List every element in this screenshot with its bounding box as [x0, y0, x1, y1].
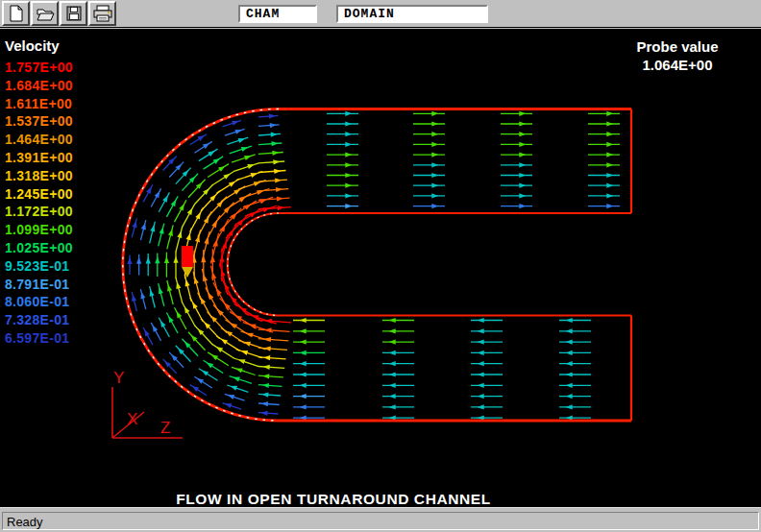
probe-readout: Probe value 1.064E+00 [615, 38, 740, 73]
legend-entry: 8.791E-01 [5, 276, 73, 294]
domain-input[interactable] [336, 5, 488, 23]
legend-entry: 1.757E+00 [5, 59, 73, 77]
legend-entry: 1.684E+00 [5, 77, 73, 95]
print-button[interactable] [88, 1, 116, 26]
open-folder-icon [36, 4, 55, 23]
status-bar: Ready [0, 507, 761, 532]
legend-entry: 1.099E+00 [5, 221, 73, 239]
x-axis-label: X [127, 410, 137, 428]
probe-marker[interactable] [182, 246, 193, 278]
legend-entry: 9.523E-01 [5, 257, 73, 276]
toolbar [0, 0, 761, 28]
plot-title: FLOW IN OPEN TURNAROUND CHANNEL [0, 491, 667, 508]
plot-canvas[interactable]: YXZ Velocity 1.757E+001.684E+001.611E+00… [0, 29, 761, 507]
probe-value: 1.064E+00 [615, 57, 740, 73]
save-floppy-icon [64, 4, 84, 23]
legend-entry: 1.537E+00 [5, 112, 73, 131]
vector-field-svg[interactable]: YXZ [0, 29, 761, 507]
velocity-legend: Velocity 1.757E+001.684E+001.611E+001.53… [5, 37, 73, 348]
z-axis-label: Z [160, 419, 170, 437]
legend-entry: 8.060E-01 [5, 293, 73, 311]
legend-entry: 1.611E+00 [5, 95, 73, 113]
legend-title: Velocity [5, 37, 73, 54]
legend-entry: 1.025E+00 [5, 239, 73, 257]
new-file-button[interactable] [2, 1, 30, 26]
legend-entry: 1.464E+00 [5, 131, 73, 149]
legend-entry: 1.318E+00 [5, 167, 73, 185]
legend-entries: 1.757E+001.684E+001.611E+001.537E+001.46… [5, 59, 73, 348]
legend-entry: 1.172E+00 [5, 203, 73, 221]
legend-entry: 1.391E+00 [5, 149, 73, 167]
vector-plot[interactable]: YXZ [0, 29, 761, 507]
legend-entry: 7.328E-01 [5, 311, 73, 329]
probe-value-label: Probe value [615, 38, 740, 55]
axes-triad [112, 387, 183, 438]
save-file-button[interactable] [60, 1, 87, 26]
new-page-icon [7, 4, 26, 23]
printer-icon [92, 4, 113, 23]
legend-entry: 1.245E+00 [5, 185, 73, 204]
y-axis-label: Y [113, 369, 124, 387]
status-text: Ready [2, 512, 759, 530]
open-file-button[interactable] [31, 1, 59, 26]
case-input[interactable] [238, 5, 317, 23]
legend-entry: 6.597E-01 [5, 329, 73, 348]
